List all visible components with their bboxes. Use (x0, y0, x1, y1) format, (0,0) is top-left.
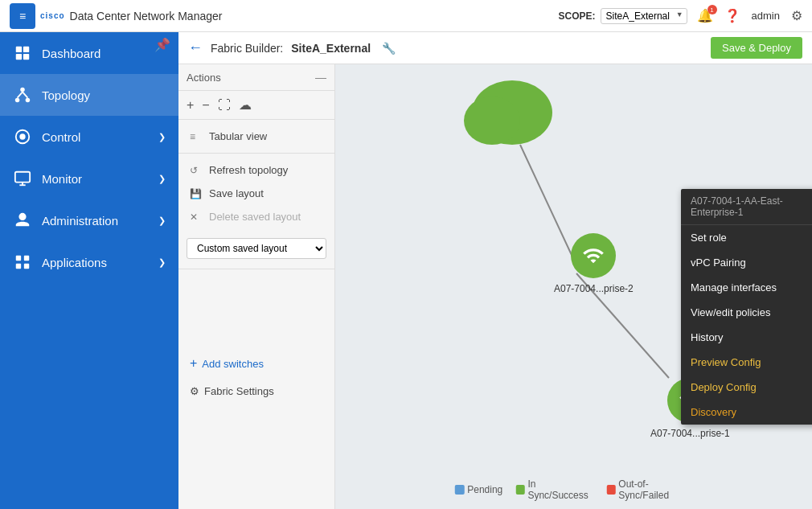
svg-line-8 (23, 92, 27, 97)
control-icon (13, 127, 32, 146)
zoom-in-button[interactable]: + (187, 98, 194, 113)
dashboard-label: Dashboard (42, 47, 100, 60)
actions-panel: Actions — + − ⛶ ☁ ≡ Tabular view ↺ (178, 64, 335, 509)
layout-select-wrapper: Custom saved layout (178, 233, 334, 264)
delete-layout-label: Delete saved layout (209, 211, 301, 223)
sidebar-item-topology[interactable]: Topology (0, 74, 178, 116)
cisco-logo: cisco (40, 11, 65, 20)
control-label: Control (42, 130, 80, 144)
scope-dropdown[interactable]: SiteA_External (601, 8, 687, 24)
sidebar-item-monitor[interactable]: Monitor ❯ (0, 158, 178, 199)
main-layout: 📌 Dashboard Topology Control ❯ Mo (0, 32, 812, 509)
hamburger-menu-button[interactable]: ≡ (10, 3, 35, 29)
ctx-discovery[interactable]: Discovery ▶ (681, 400, 812, 425)
notification-bell[interactable]: 🔔 1 (697, 8, 713, 23)
node-1-label: A07-7004...prise-2 (554, 283, 634, 294)
fullscreen-button[interactable]: ⛶ (218, 98, 231, 113)
fabric-settings-label: Fabric Settings (204, 385, 274, 397)
cloud-button[interactable]: ☁ (239, 97, 252, 113)
canvas-area: Actions — + − ⛶ ☁ ≡ Tabular view ↺ (178, 64, 812, 509)
ctx-view-edit-policies[interactable]: View/edit policies (681, 300, 812, 325)
sidebar-item-dashboard[interactable]: Dashboard (0, 32, 178, 74)
applications-icon (13, 252, 32, 272)
legend-pending: Pending (454, 484, 502, 495)
ctx-vpc-pairing[interactable]: vPC Pairing (681, 250, 812, 275)
sidebar-item-applications[interactable]: Applications ❯ (0, 241, 178, 283)
svg-rect-17 (24, 264, 29, 269)
monitor-label: Monitor (42, 172, 82, 186)
scope-section: SCOPE: SiteA_External (559, 8, 687, 24)
delete-layout-item[interactable]: ✕ Delete saved layout (178, 205, 334, 228)
ctx-discovery-label: Discovery (691, 406, 736, 418)
monitor-chevron-icon: ❯ (158, 174, 166, 184)
dashboard-icon (13, 43, 32, 63)
gear-small-icon: ⚙ (190, 385, 199, 397)
svg-rect-0 (16, 47, 22, 52)
actions-header: Actions — (178, 64, 334, 91)
administration-chevron-icon: ❯ (158, 216, 166, 226)
zoom-out-button[interactable]: − (202, 98, 209, 113)
svg-point-6 (26, 98, 30, 103)
wrench-icon[interactable]: 🔧 (382, 42, 396, 55)
ctx-deploy-config-label: Deploy Config (691, 381, 757, 393)
plus-icon: + (190, 356, 197, 371)
ctx-history-label: History (691, 331, 723, 343)
topology-canvas[interactable]: A07-7004...prise-2 A07-7004...prise-1 A0… (335, 64, 812, 509)
svg-rect-3 (23, 54, 29, 60)
actions-title: Actions (187, 72, 221, 84)
header-icons: 🔔 1 ❓ admin ⚙ (697, 8, 802, 23)
main-content: ← Fabric Builder: SiteA_External 🔧 Save … (178, 32, 812, 509)
ctx-set-role[interactable]: Set role ▶ (681, 225, 812, 250)
save-layout-item[interactable]: 💾 Save layout (178, 182, 334, 205)
context-menu-primary: A07-7004-1-AA-East-Enterprise-1 Set role… (681, 189, 812, 425)
admin-username: admin (752, 10, 780, 22)
node-2-label: A07-7004...prise-1 (650, 428, 730, 439)
save-layout-label: Save layout (209, 187, 264, 199)
fabric-settings-button[interactable]: ⚙ Fabric Settings (190, 380, 323, 402)
tabular-view-item[interactable]: ≡ Tabular view (178, 125, 334, 148)
actions-close-button[interactable]: — (315, 71, 326, 84)
app-title: Data Center Network Manager (70, 10, 223, 23)
administration-icon (13, 211, 32, 230)
node-1[interactable]: A07-7004...prise-2 (554, 233, 634, 294)
legend: Pending In Sync/Success Out-of-Sync/Fail… (454, 478, 693, 501)
ctx-history[interactable]: History (681, 325, 812, 350)
svg-rect-16 (16, 264, 21, 269)
scope-selector[interactable]: SiteA_External (601, 8, 687, 24)
settings-gear-icon[interactable]: ⚙ (791, 8, 802, 23)
fabric-builder-bar: ← Fabric Builder: SiteA_External 🔧 Save … (178, 32, 812, 64)
ctx-vpc-pairing-label: vPC Pairing (691, 257, 746, 269)
ctx-preview-config[interactable]: Preview Config (681, 350, 812, 375)
refresh-icon: ↺ (190, 165, 203, 176)
refresh-topology-item[interactable]: ↺ Refresh topology (178, 158, 334, 182)
in-sync-label: In Sync/Success (527, 478, 593, 501)
save-deploy-button[interactable]: Save & Deploy (711, 37, 802, 59)
help-icon[interactable]: ❓ (724, 8, 740, 23)
ctx-preview-config-label: Preview Config (691, 356, 761, 368)
svg-rect-14 (16, 256, 21, 261)
fabric-builder-label: Fabric Builder: (211, 42, 283, 55)
legend-out-of-sync: Out-of-Sync/Failed (606, 478, 692, 501)
ctx-deploy-config[interactable]: Deploy Config (681, 375, 812, 400)
sidebar-item-administration[interactable]: Administration ❯ (0, 199, 178, 241)
pending-label: Pending (467, 484, 502, 495)
back-button[interactable]: ← (188, 39, 203, 56)
out-of-sync-dot (606, 485, 615, 495)
scope-label: SCOPE: (559, 10, 596, 22)
cloud-node[interactable] (464, 80, 560, 153)
topology-label: Topology (42, 88, 90, 102)
node-1-circle (571, 233, 616, 278)
add-switches-button[interactable]: + Add switches (190, 351, 323, 376)
sidebar-item-control[interactable]: Control ❯ (0, 116, 178, 158)
actions-menu: ≡ Tabular view ↺ Refresh topology 💾 Save… (178, 120, 334, 233)
tabular-icon: ≡ (190, 131, 203, 142)
delete-icon: ✕ (190, 211, 203, 223)
header: ≡ cisco Data Center Network Manager SCOP… (0, 0, 812, 32)
sidebar: 📌 Dashboard Topology Control ❯ Mo (0, 32, 178, 509)
ctx-manage-interfaces[interactable]: Manage interfaces (681, 275, 812, 300)
layout-select[interactable]: Custom saved layout (187, 238, 326, 259)
context-menu: A07-7004-1-AA-East-Enterprise-1 Set role… (681, 189, 812, 425)
control-chevron-icon: ❯ (158, 132, 166, 142)
ctx-view-edit-policies-label: View/edit policies (691, 306, 770, 318)
svg-point-4 (20, 88, 25, 92)
